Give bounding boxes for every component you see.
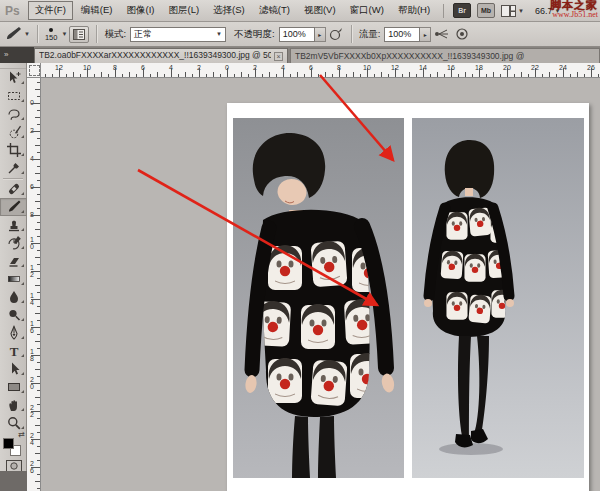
hand-tool-icon <box>6 397 22 413</box>
opacity-slider-button[interactable]: ▸ <box>315 27 326 42</box>
menu-item-help[interactable]: 帮助(H) <box>392 2 436 19</box>
quick-selection-tool-icon <box>6 124 22 140</box>
bridge-button[interactable]: Br <box>453 3 471 18</box>
mini-bridge-button[interactable]: Mb <box>477 3 495 18</box>
eraser-tool-icon <box>6 253 22 269</box>
chevron-down-icon: ▼ <box>24 31 30 37</box>
menu-item-select[interactable]: 选择(S) <box>207 2 251 19</box>
lasso-tool-icon <box>6 106 22 122</box>
opacity-label: 不透明度: <box>234 28 275 41</box>
menu-item-layer[interactable]: 图层(L) <box>162 2 205 19</box>
photo-model-left[interactable] <box>233 118 404 478</box>
flow-slider-button[interactable]: ▸ <box>420 27 431 42</box>
blend-mode-select[interactable]: 正常 ▼ <box>130 27 226 42</box>
arrange-documents-icon <box>501 5 516 17</box>
type-tool-icon: T <box>6 343 22 359</box>
gradient-tool[interactable] <box>0 270 27 288</box>
toggle-brush-panel-button[interactable] <box>69 26 89 43</box>
swap-colors-icon[interactable]: ⇄ <box>18 430 25 439</box>
menu-item-window[interactable]: 窗口(W) <box>344 2 390 19</box>
menu-item-file[interactable]: 文件(F) <box>28 1 73 20</box>
clone-stamp-tool[interactable] <box>0 216 27 234</box>
move-tool-icon <box>6 70 22 86</box>
watermark-site-url: www.Jb51.net <box>550 10 598 20</box>
watermark-site-name: 脚本之家 <box>550 0 598 10</box>
healing-brush-tool-icon <box>6 181 22 197</box>
horizontal-ruler: 1210864202468101214161820222426 <box>41 63 600 78</box>
document-tab-label: TB2mV5VbFXXXXb0XpXXXXXXXXXX_!!1639349300… <box>295 51 524 61</box>
document-tab-inactive[interactable]: TB2mV5VbFXXXXb0XpXXXXXXXXXX_!!1639349300… <box>290 48 600 63</box>
document-tab-active[interactable]: TB2.oa0bFXXXXarXXXXXXXXXXXX_!!1639349300… <box>34 48 288 63</box>
divider <box>443 4 444 18</box>
quick-selection-tool[interactable] <box>0 123 27 141</box>
marquee-tool[interactable] <box>0 87 27 105</box>
crop-tool-icon <box>6 142 22 158</box>
divider <box>96 25 97 43</box>
ruler-origin-corner <box>27 63 41 78</box>
history-brush-tool[interactable] <box>0 234 27 252</box>
chevron-down-icon: ▼ <box>61 31 67 37</box>
menu-items: 文件(F)编辑(E)图像(I)图层(L)选择(S)滤镜(T)视图(V)窗口(W)… <box>27 0 437 21</box>
tablet-size-pressure-button[interactable] <box>455 27 469 41</box>
path-selection-tool-icon <box>6 361 22 377</box>
brush-tool-icon <box>6 199 22 215</box>
blur-tool[interactable] <box>0 288 27 306</box>
brush-tip-preview <box>49 28 53 32</box>
flow-label: 流量: <box>359 28 381 41</box>
canvas-viewport[interactable] <box>41 78 600 491</box>
color-swatches: ⇄ <box>0 432 27 458</box>
move-tool[interactable] <box>0 69 27 87</box>
type-tool[interactable]: T <box>0 342 27 360</box>
eyedropper-tool-icon <box>6 160 22 176</box>
panel-icon <box>73 29 85 40</box>
healing-brush-tool[interactable] <box>0 180 27 198</box>
pen-tool-icon <box>6 325 22 341</box>
dodge-tool[interactable] <box>0 306 27 324</box>
photoshop-logo: Ps <box>0 4 27 18</box>
mode-label: 模式: <box>104 28 126 41</box>
brush-icon <box>4 26 22 42</box>
tool-preset-picker[interactable]: ▼ <box>4 26 30 42</box>
divider <box>37 25 38 43</box>
shape-tool-icon <box>6 379 22 395</box>
watermark: 脚本之家 www.Jb51.net <box>550 0 598 20</box>
menu-item-edit[interactable]: 编辑(E) <box>75 2 119 19</box>
eyedropper-tool[interactable] <box>0 159 27 177</box>
close-icon[interactable]: × <box>274 52 283 61</box>
blend-mode-value: 正常 <box>134 28 152 41</box>
airbrush-icon <box>434 27 449 41</box>
foreground-color-swatch[interactable] <box>3 438 14 449</box>
path-selection-tool[interactable] <box>0 360 27 378</box>
chevron-down-icon: ▼ <box>216 31 222 37</box>
dodge-tool-icon <box>6 307 22 323</box>
arrange-documents-button[interactable]: ▼ <box>501 5 524 17</box>
photo-model-right[interactable] <box>412 118 584 478</box>
gradient-tool-icon <box>6 271 22 287</box>
airbrush-button[interactable] <box>434 27 449 41</box>
svg-text:T: T <box>9 344 18 359</box>
menu-item-image[interactable]: 图像(I) <box>121 2 161 19</box>
tools-panel-collapse-button[interactable]: » <box>0 47 34 63</box>
flow-field[interactable]: 100% <box>384 27 420 42</box>
hand-tool[interactable] <box>0 396 27 414</box>
document-canvas[interactable] <box>227 103 589 491</box>
brush-size-value: 150 <box>45 34 58 41</box>
divider <box>3 178 23 179</box>
lasso-tool[interactable] <box>0 105 27 123</box>
pen-pressure-icon <box>329 27 343 41</box>
tablet-opacity-pressure-button[interactable] <box>329 27 343 41</box>
pen-tool[interactable] <box>0 324 27 342</box>
menu-bar: Ps 文件(F)编辑(E)图像(I)图层(L)选择(S)滤镜(T)视图(V)窗口… <box>0 0 600 22</box>
brush-tool[interactable] <box>0 198 27 216</box>
brush-preset-picker[interactable]: 150 <box>45 28 58 41</box>
zoom-tool-icon <box>6 415 22 431</box>
tools-panel: T ⇄ <box>0 63 27 491</box>
opacity-field[interactable]: 100% <box>279 27 315 42</box>
document-tab-strip: » TB2.oa0bFXXXXarXXXXXXXXXXXX_!!16393493… <box>0 47 600 63</box>
crop-tool[interactable] <box>0 141 27 159</box>
menu-item-filter[interactable]: 滤镜(T) <box>253 2 296 19</box>
eraser-tool[interactable] <box>0 252 27 270</box>
tool-options-bar: ▼ 150 ▼ 模式: 正常 ▼ 不透明度: 100% ▸ 流量: 100% ▸ <box>0 22 600 47</box>
menu-item-view[interactable]: 视图(V) <box>298 2 342 19</box>
shape-tool[interactable] <box>0 378 27 396</box>
